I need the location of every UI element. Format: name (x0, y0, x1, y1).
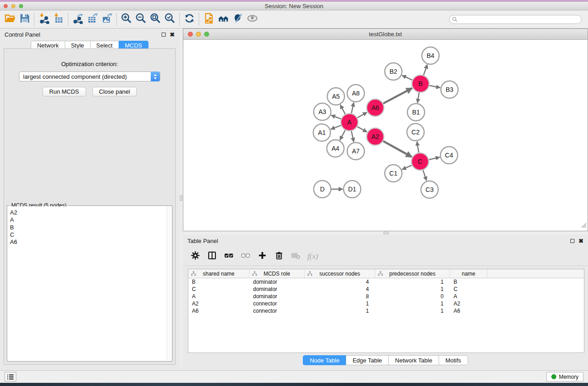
vertical-split-divider[interactable] (179, 29, 183, 370)
open-session-button[interactable] (3, 12, 17, 27)
graph-edge-A-A4[interactable] (340, 130, 345, 140)
column-header-shared-name[interactable]: shared name (188, 269, 249, 278)
column-header-mcds-role[interactable]: MCDS role (249, 269, 305, 278)
column-header-successor-nodes[interactable]: successor nodes (305, 269, 375, 278)
table-row[interactable]: A2connector11A2 (188, 300, 584, 307)
show-columns-button[interactable] (205, 250, 219, 263)
graph-node-C[interactable]: C (411, 153, 429, 170)
horizontal-split-divider[interactable] (183, 231, 588, 235)
task-history-button[interactable] (5, 372, 16, 381)
graph-edge-A6-B[interactable] (383, 88, 412, 104)
network-canvas[interactable]: B4B2BB3A8A5A6A3B1AA1C2A2A4A7C4CC1DD1C3 (183, 40, 588, 231)
result-item[interactable]: A6 (10, 238, 167, 246)
refresh-view-button[interactable] (182, 12, 196, 27)
graph-node-C2[interactable]: C2 (407, 124, 424, 141)
graph-node-A6[interactable]: A6 (367, 99, 384, 116)
show-hide-button[interactable] (245, 12, 259, 27)
graph-edge-A-A1[interactable] (331, 125, 341, 129)
result-item[interactable]: C (10, 231, 167, 238)
run-mcds-button[interactable]: Run MCDS (43, 87, 86, 96)
graph-node-B2[interactable]: B2 (385, 63, 402, 80)
home-pages-button[interactable] (216, 12, 230, 27)
result-scrollbar[interactable] (167, 206, 172, 361)
table-row[interactable]: A6connector11A6 (188, 307, 584, 315)
graph-node-A3[interactable]: A3 (314, 103, 331, 120)
graph-edge-A-A2[interactable] (357, 127, 367, 132)
table-settings-button[interactable] (188, 250, 202, 263)
graph-node-B1[interactable]: B1 (407, 104, 425, 121)
graph-edge-C-C2[interactable] (417, 142, 419, 152)
float-panel-icon[interactable] (570, 239, 574, 243)
float-panel-icon[interactable] (162, 33, 166, 37)
close-panel-button[interactable]: Close panel (92, 87, 137, 96)
graph-edge-B-B3[interactable] (430, 86, 440, 88)
table-row[interactable]: Bdominator41B (188, 278, 584, 286)
result-item[interactable]: A (10, 216, 167, 224)
graph-node-A5[interactable]: A5 (327, 88, 344, 105)
unselect-all-columns-button[interactable] (239, 250, 252, 263)
table-row[interactable]: Adominator80A (188, 293, 584, 300)
graph-node-B3[interactable]: B3 (441, 81, 458, 98)
graph-edge-A2-C[interactable] (383, 141, 411, 157)
search-field[interactable] (449, 15, 582, 24)
graph-node-B[interactable]: B (412, 75, 429, 92)
graph-node-D[interactable]: D (314, 181, 331, 198)
graph-node-C3[interactable]: C3 (421, 181, 438, 198)
tab-edge-table[interactable]: Edge Table (346, 355, 389, 365)
zoom-selected-button[interactable] (163, 12, 177, 27)
import-network-button[interactable] (37, 12, 51, 27)
graph-edge-A-A8[interactable] (351, 103, 354, 114)
graph-node-A[interactable]: A (341, 114, 358, 131)
column-header-predecessor-nodes[interactable]: predecessor nodes (375, 269, 450, 278)
graph-edge-A-A6[interactable] (357, 112, 367, 118)
graph-node-A7[interactable]: A7 (347, 143, 364, 160)
graph-node-B4[interactable]: B4 (422, 47, 439, 64)
split-handle[interactable] (180, 195, 182, 201)
graph-edge-A-A7[interactable] (351, 131, 354, 142)
search-input[interactable] (459, 16, 573, 23)
graph-edge-A-A5[interactable] (340, 105, 345, 114)
memory-button[interactable]: Memory (546, 372, 583, 381)
import-table-button[interactable] (51, 12, 66, 27)
select-all-columns-button[interactable] (222, 250, 235, 263)
graph-edge-C-C1[interactable] (402, 165, 411, 169)
network-from-document-button[interactable] (201, 12, 216, 27)
window-resize-grip[interactable] (580, 222, 587, 230)
tab-node-table[interactable]: Node Table (303, 355, 346, 365)
tab-network-table[interactable]: Network Table (388, 355, 439, 365)
close-panel-icon[interactable]: ✖ (170, 33, 175, 37)
graph-edge-B-B4[interactable] (424, 65, 427, 75)
graph-node-C1[interactable]: C1 (385, 165, 402, 182)
criterion-dropdown[interactable]: largest connected component (directed) (19, 71, 160, 81)
delete-column-button[interactable] (272, 250, 286, 263)
create-column-button[interactable] (255, 250, 269, 263)
table-row[interactable]: Cdominator41C (188, 286, 584, 293)
graph-node-C4[interactable]: C4 (440, 147, 458, 164)
export-network-button[interactable] (71, 12, 85, 27)
graph-node-A8[interactable]: A8 (347, 85, 364, 102)
toggle-graphics-details-button[interactable] (230, 12, 245, 27)
graph-edge-C-C4[interactable] (429, 157, 440, 159)
graph-node-A2[interactable]: A2 (367, 128, 384, 145)
graph-node-A1[interactable]: A1 (313, 124, 330, 141)
close-panel-icon[interactable]: ✖ (578, 239, 583, 243)
graph-edge-C-C3[interactable] (423, 170, 426, 181)
graph-edge-A-A3[interactable] (331, 115, 341, 119)
column-header-name[interactable]: name (450, 269, 488, 278)
graph-node-D1[interactable]: D1 (344, 181, 361, 198)
result-item[interactable]: A2 (10, 209, 167, 216)
graph-edge-B-B1[interactable] (417, 93, 419, 103)
zoom-out-button[interactable] (134, 12, 148, 27)
save-session-button[interactable] (17, 12, 32, 27)
split-handle[interactable] (383, 232, 389, 234)
export-table-button[interactable] (85, 12, 100, 27)
tab-motifs[interactable]: Motifs (439, 355, 468, 365)
zoom-fit-button[interactable] (148, 12, 163, 27)
result-item[interactable]: B (10, 224, 167, 231)
mcds-result-list[interactable]: A2 A B C A6 (8, 206, 167, 361)
zoom-in-button[interactable] (119, 12, 134, 27)
export-image-button[interactable] (100, 12, 114, 27)
network-graph[interactable]: B4B2BB3A8A5A6A3B1AA1C2A2A4A7C4CC1DD1C3 (183, 40, 588, 231)
graph-edge-B-B2[interactable] (402, 76, 412, 80)
graph-node-A4[interactable]: A4 (327, 140, 344, 157)
